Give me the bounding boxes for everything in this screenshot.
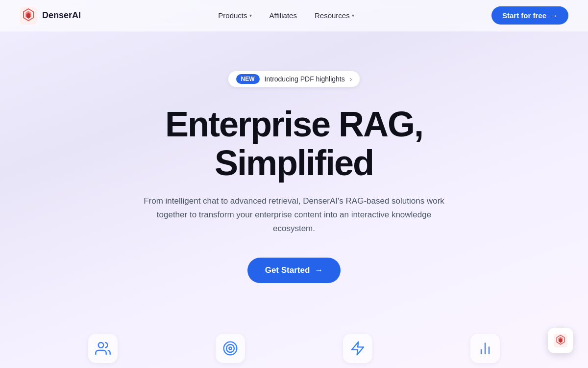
svg-point-6	[226, 344, 234, 352]
nav-resources[interactable]: Resources ▾	[308, 7, 361, 24]
logo-icon	[20, 7, 37, 25]
nav-affiliates[interactable]: Affiliates	[263, 7, 304, 24]
logo[interactable]: DenserAI	[20, 7, 81, 25]
svg-point-4	[98, 342, 104, 348]
new-tag: NEW	[236, 74, 260, 84]
chat-float-icon	[554, 334, 567, 347]
get-started-label: Get Started	[265, 265, 310, 275]
svg-point-5	[224, 342, 237, 355]
nav-links: Products ▾ Affiliates Resources ▾	[211, 7, 361, 24]
start-label: Start for free	[502, 11, 546, 20]
resources-chevron-icon: ▾	[352, 13, 354, 18]
products-label: Products	[218, 11, 247, 20]
bottom-icons	[0, 329, 588, 368]
start-arrow-icon: →	[550, 11, 558, 20]
start-for-free-button[interactable]: Start for free →	[491, 6, 568, 25]
chat-float-button[interactable]	[548, 328, 573, 353]
badge-arrow-icon: ›	[350, 75, 352, 83]
affiliates-label: Affiliates	[270, 11, 297, 20]
logo-text: DenserAI	[42, 10, 81, 21]
badge-text: Introducing PDF highlights	[265, 75, 345, 83]
feature-icon-bar-chart	[470, 334, 500, 363]
zap-icon	[350, 341, 366, 356]
svg-point-7	[229, 347, 231, 349]
get-started-button[interactable]: Get Started →	[247, 258, 341, 283]
users-icon	[95, 341, 111, 356]
hero-section: NEW Introducing PDF highlights › Enterpr…	[0, 31, 588, 283]
nav-products[interactable]: Products ▾	[211, 7, 258, 24]
feature-icon-users	[88, 334, 118, 363]
navbar: DenserAI Products ▾ Affiliates Resources…	[0, 0, 588, 31]
resources-label: Resources	[315, 11, 350, 20]
get-started-arrow-icon: →	[315, 265, 323, 275]
hero-title: Enterprise RAG, Simplified	[98, 105, 490, 183]
bar-chart-icon	[477, 341, 493, 356]
products-chevron-icon: ▾	[249, 13, 252, 18]
feature-icon-target	[216, 334, 245, 363]
target-icon	[222, 341, 238, 356]
hero-container: NEW Introducing PDF highlights › Enterpr…	[0, 31, 588, 368]
new-badge[interactable]: NEW Introducing PDF highlights ›	[228, 71, 361, 87]
feature-icon-zap	[343, 334, 372, 363]
svg-marker-8	[352, 342, 364, 355]
hero-subtitle: From intelligent chat to advanced retrie…	[142, 194, 446, 236]
